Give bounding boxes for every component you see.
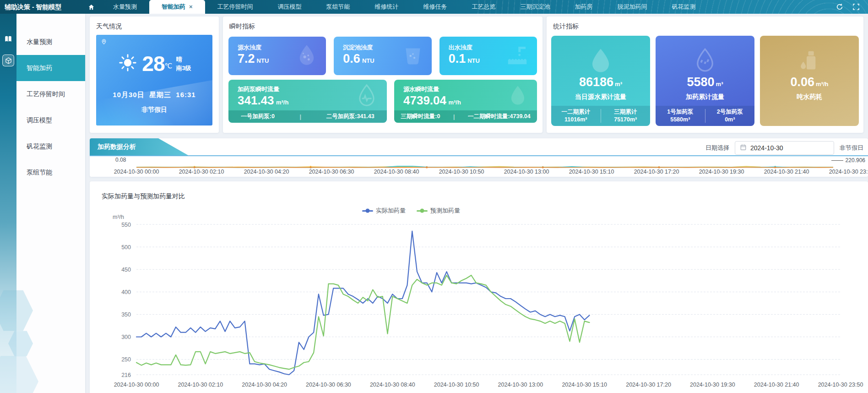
footer-value: 0m³ [705, 116, 755, 124]
footer-label: 1号加药泵 [656, 108, 705, 116]
weather-wind: 南3级 [176, 64, 191, 72]
sidebar-item-调压模型[interactable]: 调压模型 [16, 107, 85, 133]
sidebar-item-工艺停留时间[interactable]: 工艺停留时间 [16, 81, 85, 107]
topbar-icons [836, 0, 868, 14]
outlet-turbidity-tile: 出水浊度 0.1NTU [439, 37, 537, 75]
tile-value: 4739.04 [403, 93, 446, 107]
footer-value: 75170m³ [601, 116, 651, 124]
svg-text:300: 300 [121, 334, 131, 340]
tab-调压模型[interactable]: 调压模型 [266, 0, 314, 14]
footer-label: 2号加药泵 [705, 108, 755, 116]
sidebar-item-泵组节能[interactable]: 泵组节能 [16, 159, 85, 186]
tab-工艺总览[interactable]: 工艺总览 [460, 0, 508, 14]
tab-close-icon[interactable]: × [189, 3, 193, 10]
footer-divider: | [300, 114, 302, 120]
particles-drop-icon [295, 43, 319, 69]
tile-unit: NTU [257, 57, 269, 64]
location-pin-icon [101, 38, 107, 47]
tab-维修任务[interactable]: 维修任务 [411, 0, 460, 14]
date-picker-input[interactable]: 2024-10-30 [735, 141, 834, 155]
tab-脱泥加药间[interactable]: 脱泥加药间 [605, 0, 660, 14]
svg-text:450: 450 [121, 267, 131, 273]
spark-x-tick-label: 2024-10-30 17:20 [622, 169, 691, 175]
spark-x-tick-label: 2024-10-30 13:00 [492, 169, 561, 175]
footer-left: 三期瞬时流量:0 [401, 113, 440, 120]
water-drop-icon [551, 45, 650, 75]
footer-divider: | [453, 114, 455, 120]
book-icon[interactable] [2, 33, 14, 45]
stat-value: 86186 [579, 75, 613, 89]
stat-label: 加药累计流量 [656, 93, 754, 101]
refresh-icon[interactable] [836, 3, 843, 11]
home-icon[interactable] [81, 0, 101, 14]
tab-矾花监测[interactable]: 矾花监测 [660, 0, 708, 14]
chemical-consumption-tile: 0.06m³/h 吨水药耗 [760, 36, 859, 126]
tile-footer: 三期瞬时流量:0 | 一二期瞬时流量:4739.04 [394, 110, 537, 123]
footer-left: 一号加药泵:0 [241, 113, 275, 120]
tile-value: 341.43 [238, 93, 274, 107]
tile-footer: 一号加药泵:0 | 二号加药泵:341.43 [228, 110, 387, 123]
sidebar-item-智能加药[interactable]: 智能加药 [16, 55, 85, 81]
model-cube-icon[interactable] [2, 55, 14, 66]
sparkline-max-label: 220.906 [831, 157, 865, 164]
statistics-card: 统计指标 86186m³ 当日源水累计流量 一二期累计11016m³ 三期累计7… [547, 16, 863, 133]
tile-value: 7.2 [238, 52, 255, 66]
svg-text:350: 350 [121, 311, 131, 318]
tab-三期沉淀池[interactable]: 三期沉淀池 [508, 0, 563, 14]
app-title: 辅助决策 - 智能模型 [0, 0, 81, 14]
bottle-icon [760, 45, 859, 75]
sidebar-item-矾花监测[interactable]: 矾花监测 [16, 133, 85, 159]
tile-value: 0.6 [343, 52, 360, 66]
weather-holiday: 非节假日 [96, 106, 212, 114]
dosing-sparkline-chart[interactable] [90, 155, 868, 168]
spark-x-tick-label: 2024-10-30 06:30 [297, 169, 366, 175]
water-surface-icon [505, 43, 530, 69]
topbar: 辅助决策 - 智能模型 水量预测智能加药×工艺停留时间调压模型泵组节能维修统计维… [0, 0, 868, 14]
spark-x-tick-label: 2024-10-30 08:40 [362, 169, 431, 175]
spark-x-tick-label: 2024-10-30 15:10 [557, 169, 626, 175]
weather-card: 天气情况 28℃ 晴 南3级 [90, 16, 219, 133]
tile-unit: NTU [467, 57, 480, 64]
fullscreen-icon[interactable] [852, 3, 860, 11]
spark-x-tick-label: 2024-10-30 23:50 [817, 169, 868, 175]
svg-text:2024-10-30 00:00: 2024-10-30 00:00 [114, 382, 159, 388]
sidebar-item-水量预测[interactable]: 水量预测 [16, 29, 85, 55]
dosing-analysis-card: 加药数据分析 日期选择 2024-10-30 非节假日 0.08 220.906… [90, 138, 868, 177]
main-content: 天气情况 28℃ 晴 南3级 [85, 14, 868, 393]
raw-water-turbidity-tile: 源水浊度 7.2NTU [228, 37, 326, 75]
instant-section-title: 瞬时指标 [223, 16, 542, 35]
tab-水量预测[interactable]: 水量预测 [101, 0, 149, 14]
compare-line-chart[interactable]: 550500450400350300250216m³/h2024-10-30 0… [90, 181, 868, 392]
sparkline-min-label: 0.08 [115, 157, 126, 163]
analysis-header-tab: 加药数据分析 [90, 138, 188, 155]
pulse-drop-icon [354, 82, 380, 110]
stat-value: 0.06 [790, 75, 814, 89]
sidebar: 水量预测智能加药工艺停留时间调压模型矾花监测泵组节能 [16, 14, 85, 393]
raw-water-flow-tile: 源水瞬时流量 4739.04 m³/h 三期瞬时流量:0 | 一二期瞬时流量:4… [394, 80, 537, 123]
weather-date-line: 10月30日 星期三 16:31 [96, 91, 212, 99]
cup-icon [401, 44, 424, 68]
tab-加药房[interactable]: 加药房 [563, 0, 605, 14]
spark-x-tick-label: 2024-10-30 21:40 [752, 169, 821, 175]
temperature-value: 28 [142, 52, 164, 76]
daily-raw-water-total-tile: 86186m³ 当日源水累计流量 一二期累计11016m³ 三期累计75170m… [551, 36, 650, 126]
svg-text:2024-10-30 10:50: 2024-10-30 10:50 [434, 382, 479, 388]
tab-维修统计[interactable]: 维修统计 [363, 0, 411, 14]
date-select-label: 日期选择 [705, 144, 729, 152]
svg-text:400: 400 [121, 289, 131, 295]
weather-section-title: 天气情况 [90, 16, 219, 35]
icon-rail [0, 14, 16, 393]
tab-泵组节能[interactable]: 泵组节能 [314, 0, 363, 14]
tab-智能加药[interactable]: 智能加药× [149, 0, 205, 14]
tile-unit: m³/h [276, 99, 288, 106]
weather-condition: 晴 [176, 55, 191, 64]
sun-icon [117, 52, 138, 75]
weather-panel: 28℃ 晴 南3级 10月30日 星期三 16:31 非节假日 [96, 35, 212, 126]
sparkline-x-axis: 2024-10-30 00:002024-10-30 02:102024-10-… [90, 169, 868, 176]
svg-text:2024-10-30 08:40: 2024-10-30 08:40 [370, 382, 415, 388]
date-value: 2024-10-30 [750, 144, 783, 152]
tab-工艺停留时间[interactable]: 工艺停留时间 [205, 0, 266, 14]
tab-bar: 水量预测智能加药×工艺停留时间调压模型泵组节能维修统计维修任务工艺总览三期沉淀池… [101, 0, 708, 14]
tile-unit: NTU [362, 57, 374, 64]
footer-label: 三期累计 [601, 108, 651, 116]
